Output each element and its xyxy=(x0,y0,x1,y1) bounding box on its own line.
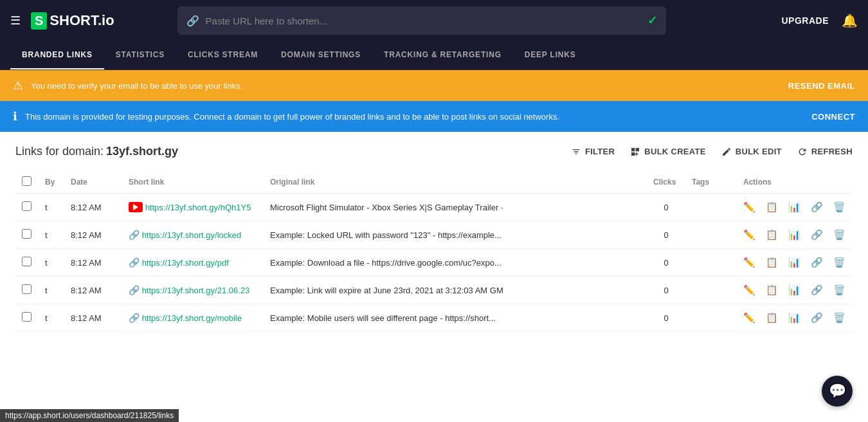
copy-icon-0[interactable]: 📋 xyxy=(766,201,778,213)
share-icon-0[interactable]: 🔗 xyxy=(811,201,823,213)
menu-icon[interactable]: ☰ xyxy=(10,14,21,28)
toolbar-actions: FILTER BULK CREATE BULK EDIT REFRESH xyxy=(571,147,853,157)
chat-icon: 💬 xyxy=(829,383,846,399)
short-link-anchor-2[interactable]: https://13yf.short.gy/pdf xyxy=(142,258,229,268)
col-by: By xyxy=(39,171,64,194)
search-check-icon[interactable]: ✓ xyxy=(647,14,657,28)
edit-icon-3[interactable]: ✏️ xyxy=(743,284,755,296)
row-date-4: 8:12 AM xyxy=(64,304,122,332)
link-icon: 🔗 xyxy=(129,313,140,323)
notification-icon[interactable]: 🔔 xyxy=(842,13,858,28)
short-link-anchor-0[interactable]: https://13yf.short.gy/hQh1Y5 xyxy=(145,203,251,212)
bulk-create-button[interactable]: BULK CREATE xyxy=(630,147,706,157)
share-icon-4[interactable]: 🔗 xyxy=(811,312,823,324)
stats-icon-3[interactable]: 📊 xyxy=(788,284,800,296)
stats-icon-1[interactable]: 📊 xyxy=(788,229,800,241)
row-actions-0: ✏️ 📋 📊 🔗 🗑️ xyxy=(737,194,853,221)
select-all-checkbox[interactable] xyxy=(22,176,32,186)
row-short-link-2: 🔗 https://13yf.short.gy/pdf xyxy=(122,249,264,277)
copy-icon-1[interactable]: 📋 xyxy=(766,229,778,241)
row-by-0: t xyxy=(39,194,64,221)
bulk-edit-icon xyxy=(721,147,732,157)
domain-label: Links for domain: xyxy=(15,145,104,158)
short-link-anchor-4[interactable]: https://13yf.short.gy/mobile xyxy=(142,313,242,323)
tab-deep-links[interactable]: DEEP LINKS xyxy=(513,41,588,69)
copy-icon-4[interactable]: 📋 xyxy=(766,312,778,324)
statusbar: https://app.short.io/users/dashboard/211… xyxy=(0,409,179,422)
tab-domain-settings[interactable]: DOMAIN SETTINGS xyxy=(269,41,372,69)
warning-banner: ⚠ You need to verify your email to be ab… xyxy=(0,70,868,101)
edit-icon-1[interactable]: ✏️ xyxy=(743,229,755,241)
table-row: t 8:12 AM 🔗 https://13yf.short.gy/21.06.… xyxy=(15,277,853,304)
row-original-1: Example: Locked URL with password "123" … xyxy=(264,221,647,249)
stats-icon-2[interactable]: 📊 xyxy=(788,257,800,268)
row-short-link-1: 🔗 https://13yf.short.gy/locked xyxy=(122,221,264,249)
search-input[interactable] xyxy=(206,15,641,26)
chat-bubble[interactable]: 💬 xyxy=(822,376,853,407)
row-clicks-2: 0 xyxy=(647,249,685,277)
row-checkbox-3[interactable] xyxy=(22,284,32,294)
bulk-edit-button[interactable]: BULK EDIT xyxy=(721,147,782,157)
header-right: UPGRADE 🔔 xyxy=(781,13,858,28)
row-tags-3 xyxy=(685,277,737,304)
share-icon-2[interactable]: 🔗 xyxy=(811,257,823,268)
row-date-2: 8:12 AM xyxy=(64,249,122,277)
link-icon: 🔗 xyxy=(129,230,140,240)
row-original-2: Example: Download a file - https://drive… xyxy=(264,249,647,277)
bulk-create-icon xyxy=(630,147,640,157)
navigation: BRANDED LINKS STATISTICS CLICKS STREAM D… xyxy=(0,41,868,70)
info-banner-text: This domain is provided for testing purp… xyxy=(25,112,804,122)
stats-icon-4[interactable]: 📊 xyxy=(788,312,800,324)
share-icon-1[interactable]: 🔗 xyxy=(811,229,823,241)
main-content: Links for domain: 13yf.short.gy FILTER B… xyxy=(0,132,868,422)
row-original-4: Example: Mobile users will see different… xyxy=(264,304,647,332)
link-icon: 🔗 xyxy=(129,285,140,295)
row-by-3: t xyxy=(39,277,64,304)
row-tags-1 xyxy=(685,221,737,249)
row-checkbox-2[interactable] xyxy=(22,257,32,266)
search-bar: 🔗 ✓ xyxy=(177,6,666,35)
row-checkbox-4[interactable] xyxy=(22,312,32,322)
edit-icon-2[interactable]: ✏️ xyxy=(743,257,755,268)
row-tags-4 xyxy=(685,304,737,332)
tab-branded-links[interactable]: BRANDED LINKS xyxy=(10,41,104,69)
short-link-anchor-3[interactable]: https://13yf.short.gy/21.06.23 xyxy=(142,286,250,295)
filter-button[interactable]: FILTER xyxy=(571,147,615,157)
connect-button[interactable]: CONNECT xyxy=(811,112,855,122)
share-icon-3[interactable]: 🔗 xyxy=(811,284,823,296)
delete-icon-1[interactable]: 🗑️ xyxy=(833,229,845,241)
tab-tracking-retargeting[interactable]: TRACKING & RETARGETING xyxy=(372,41,513,69)
row-actions-4: ✏️ 📋 📊 🔗 🗑️ xyxy=(737,304,853,332)
link-icon: 🔗 xyxy=(129,257,140,268)
row-clicks-3: 0 xyxy=(647,277,685,304)
logo[interactable]: S SHORT.io xyxy=(31,12,114,30)
upgrade-button[interactable]: UPGRADE xyxy=(781,15,829,26)
bulk-edit-label: BULK EDIT xyxy=(736,147,782,156)
row-original-0: Microsoft Flight Simulator - Xbox Series… xyxy=(264,194,647,221)
row-checkbox-1[interactable] xyxy=(22,229,32,239)
copy-icon-2[interactable]: 📋 xyxy=(766,257,778,268)
short-link-anchor-1[interactable]: https://13yf.short.gy/locked xyxy=(142,230,242,240)
refresh-icon xyxy=(797,147,808,157)
col-short-link: Short link xyxy=(122,171,264,194)
row-by-4: t xyxy=(39,304,64,332)
col-original-link: Original link xyxy=(264,171,647,194)
delete-icon-2[interactable]: 🗑️ xyxy=(833,257,845,268)
row-tags-0 xyxy=(685,194,737,221)
delete-icon-4[interactable]: 🗑️ xyxy=(833,312,845,324)
delete-icon-0[interactable]: 🗑️ xyxy=(833,201,845,213)
table-row: t 8:12 AM 🔗 https://13yf.short.gy/mobile… xyxy=(15,304,853,332)
refresh-button[interactable]: REFRESH xyxy=(797,147,853,157)
resend-email-button[interactable]: RESEND EMAIL xyxy=(788,81,855,91)
tab-clicks-stream[interactable]: CLICKS STREAM xyxy=(176,41,269,69)
row-checkbox-0[interactable] xyxy=(22,201,32,211)
edit-icon-4[interactable]: ✏️ xyxy=(743,312,755,324)
copy-icon-3[interactable]: 📋 xyxy=(766,284,778,296)
warning-icon: ⚠ xyxy=(13,78,23,93)
delete-icon-3[interactable]: 🗑️ xyxy=(833,284,845,296)
row-actions-1: ✏️ 📋 📊 🔗 🗑️ xyxy=(737,221,853,249)
edit-icon-0[interactable]: ✏️ xyxy=(743,201,755,213)
stats-icon-0[interactable]: 📊 xyxy=(788,201,800,213)
row-by-1: t xyxy=(39,221,64,249)
tab-statistics[interactable]: STATISTICS xyxy=(104,41,176,69)
